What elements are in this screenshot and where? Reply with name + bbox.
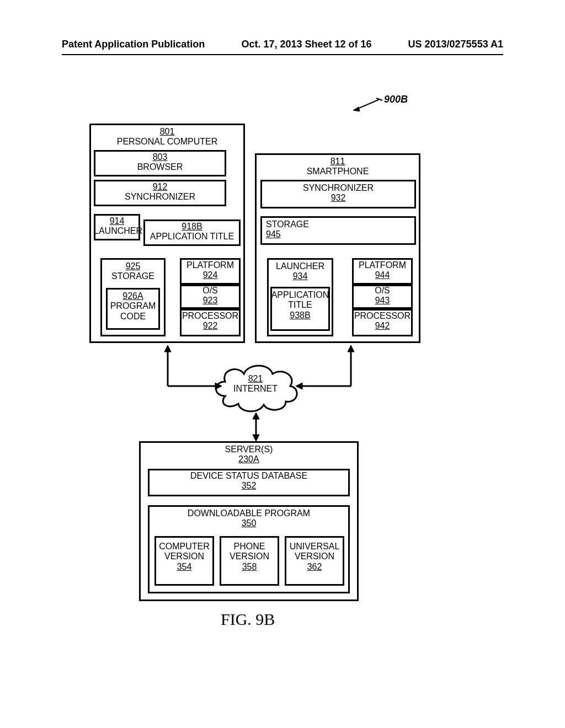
server-dl-num: 350 xyxy=(242,518,257,528)
cloud-num: 821 xyxy=(248,374,263,383)
pc-os-label: O/S xyxy=(202,286,218,295)
phone-launcher-label: LAUNCHER xyxy=(276,261,324,271)
server-v1-title: COMPUTER VERSION 354 xyxy=(154,542,214,572)
cloud-label: INTERNET xyxy=(233,384,278,393)
phone-apptitle-num: 938B xyxy=(290,311,310,320)
reference-pointer-arrow xyxy=(352,97,383,111)
phone-proc-num: 942 xyxy=(375,321,390,330)
pc-launcher-label: LAUNCHER xyxy=(94,226,142,235)
server-v1-label1: COMPUTER xyxy=(159,542,210,551)
server-num: 230A xyxy=(238,454,259,464)
pc-sync-label: SYNCHRONIZER xyxy=(125,192,195,201)
svg-marker-9 xyxy=(348,345,354,352)
pc-sync-title: 912 SYNCHRONIZER xyxy=(94,182,226,202)
pc-sync-num: 912 xyxy=(153,182,168,191)
header-right: US 2013/0275553 A1 xyxy=(408,39,503,50)
server-db-label: DEVICE STATUS DATABASE xyxy=(190,471,307,480)
phone-os-label: O/S xyxy=(375,286,390,295)
figure-caption: FIG. 9B xyxy=(221,610,275,629)
phone-storage-title: STORAGE 945 xyxy=(266,220,321,240)
arrow-phone-cloud xyxy=(292,343,359,393)
pc-platform-num: 924 xyxy=(203,270,218,280)
browser-title: 803 BROWSER xyxy=(94,152,226,173)
svg-marker-10 xyxy=(296,383,302,389)
phone-num: 811 xyxy=(331,157,345,166)
header-rule xyxy=(62,54,503,55)
pc-os-num: 923 xyxy=(203,296,218,305)
server-v1-label2: VERSION xyxy=(164,552,204,561)
server-title: SERVER(S) 230A xyxy=(139,445,359,465)
pc-proc-title: PROCESSOR 922 xyxy=(180,311,241,331)
server-dl-label: DOWNLOADABLE PROGRAM xyxy=(188,508,310,518)
figure-reference-number: 900B xyxy=(384,94,408,105)
browser-num: 803 xyxy=(153,152,168,162)
svg-marker-12 xyxy=(253,413,259,419)
server-v3-num: 362 xyxy=(307,562,322,571)
phone-sync-num: 932 xyxy=(331,193,346,202)
header-left: Patent Application Publication xyxy=(62,39,205,50)
header-mid: Oct. 17, 2013 Sheet 12 of 16 xyxy=(241,39,371,50)
pc-proc-num: 922 xyxy=(203,321,218,330)
pc-progcode-label2: CODE xyxy=(120,312,146,321)
server-v2-label1: PHONE xyxy=(234,542,265,551)
browser-label: BROWSER xyxy=(137,162,183,172)
phone-storage-label: STORAGE xyxy=(266,220,309,229)
pc-platform-title: PLATFORM 924 xyxy=(180,260,241,281)
server-db-title: DEVICE STATUS DATABASE 352 xyxy=(148,471,350,491)
pc-apptitle-title: 918B APPLICATION TITLE xyxy=(143,222,241,242)
phone-platform-num: 944 xyxy=(375,270,390,280)
server-v3-title: UNIVERSAL VERSION 362 xyxy=(285,542,344,572)
arrow-cloud-server xyxy=(249,411,263,442)
svg-line-0 xyxy=(356,99,380,109)
server-v3-label2: VERSION xyxy=(295,552,334,561)
pc-launcher-title: 914 LAUNCHER xyxy=(94,216,140,237)
svg-marker-6 xyxy=(215,383,222,389)
server-db-num: 352 xyxy=(242,481,257,490)
phone-apptitle-label1: APPLICATION xyxy=(271,290,329,299)
phone-os-title: O/S 943 xyxy=(352,286,413,306)
pc-progcode-num: 926A xyxy=(122,291,143,301)
svg-marker-2 xyxy=(353,107,360,111)
pc-apptitle-label: APPLICATION TITLE xyxy=(150,232,234,241)
phone-apptitle-title: APPLICATION TITLE 938B xyxy=(270,290,330,320)
server-label: SERVER(S) xyxy=(225,445,273,454)
phone-platform-title: PLATFORM 944 xyxy=(352,260,413,281)
page-header: Patent Application Publication Oct. 17, … xyxy=(0,39,565,50)
phone-sync-title: SYNCHRONIZER 932 xyxy=(260,183,416,204)
server-v2-num: 358 xyxy=(242,562,257,571)
server-v3-label1: UNIVERSAL xyxy=(290,542,340,551)
phone-apptitle-label2: TITLE xyxy=(288,300,312,309)
phone-proc-label: PROCESSOR xyxy=(354,311,411,320)
phone-sync-label: SYNCHRONIZER xyxy=(303,183,374,192)
phone-launcher-title: LAUNCHER 934 xyxy=(267,261,333,282)
pc-num: 801 xyxy=(160,127,175,136)
pc-apptitle-num: 918B xyxy=(182,222,202,231)
phone-title: 811 SMARTPHONE xyxy=(255,157,420,177)
server-v1-num: 354 xyxy=(177,562,192,571)
server-dl-title: DOWNLOADABLE PROGRAM 350 xyxy=(148,508,350,529)
pc-progcode-label1: PROGRAM xyxy=(110,301,156,311)
pc-label: PERSONAL COMPUTER xyxy=(117,137,218,146)
phone-platform-label: PLATFORM xyxy=(359,260,406,270)
pc-storage-num: 925 xyxy=(126,261,141,271)
pc-platform-label: PLATFORM xyxy=(186,260,234,270)
phone-launcher-num: 934 xyxy=(293,271,308,281)
phone-label: SMARTPHONE xyxy=(307,167,369,176)
pc-launcher-num: 914 xyxy=(110,216,125,226)
server-v2-label2: VERSION xyxy=(230,552,269,561)
phone-os-num: 943 xyxy=(375,296,390,305)
pc-storage-title: 925 STORAGE xyxy=(100,261,166,282)
pc-title: 801 PERSONAL COMPUTER xyxy=(89,127,245,147)
arrow-pc-cloud xyxy=(162,343,228,393)
pc-progcode-title: 926A PROGRAM CODE xyxy=(106,291,160,322)
svg-marker-13 xyxy=(253,435,259,441)
server-v2-title: PHONE VERSION 358 xyxy=(220,542,279,572)
phone-storage-num: 945 xyxy=(266,229,281,239)
page: Patent Application Publication Oct. 17, … xyxy=(0,0,565,728)
pc-storage-label: STORAGE xyxy=(111,271,154,281)
pc-proc-label: PROCESSOR xyxy=(182,311,238,320)
pc-os-title: O/S 923 xyxy=(180,286,241,306)
svg-marker-5 xyxy=(164,345,171,352)
phone-proc-title: PROCESSOR 942 xyxy=(352,311,413,331)
